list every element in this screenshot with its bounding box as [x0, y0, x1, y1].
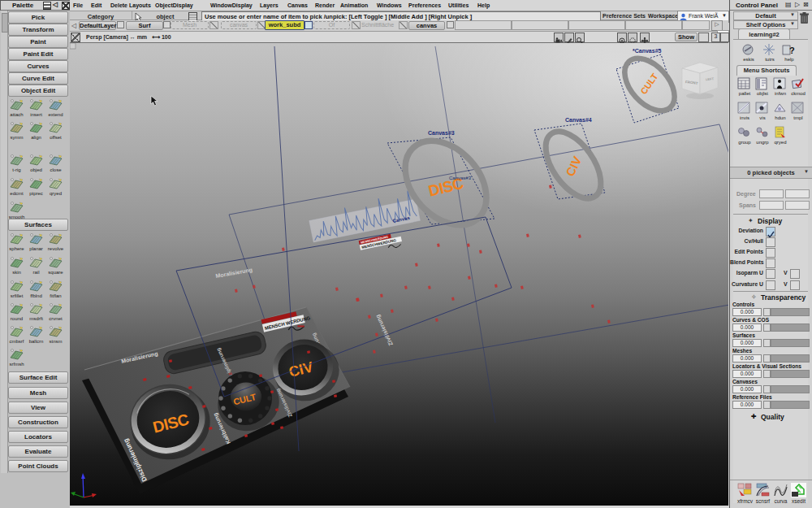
svg-text:Canvas#4: Canvas#4 — [565, 117, 592, 123]
svg-text:Canvas#3: Canvas#3 — [428, 130, 455, 136]
svg-text:Moralisierung: Moralisierung — [215, 267, 253, 280]
svg-text:Zivilisierung: Zivilisierung — [374, 314, 395, 347]
svg-text:Canvas#3: Canvas#3 — [449, 176, 472, 180]
svg-text:?: ? — [789, 46, 795, 55]
svg-text:CIV: CIV — [563, 154, 584, 179]
svg-text:*Canvas#5: *Canvas#5 — [633, 48, 662, 54]
svg-text:CULT: CULT — [638, 72, 659, 96]
